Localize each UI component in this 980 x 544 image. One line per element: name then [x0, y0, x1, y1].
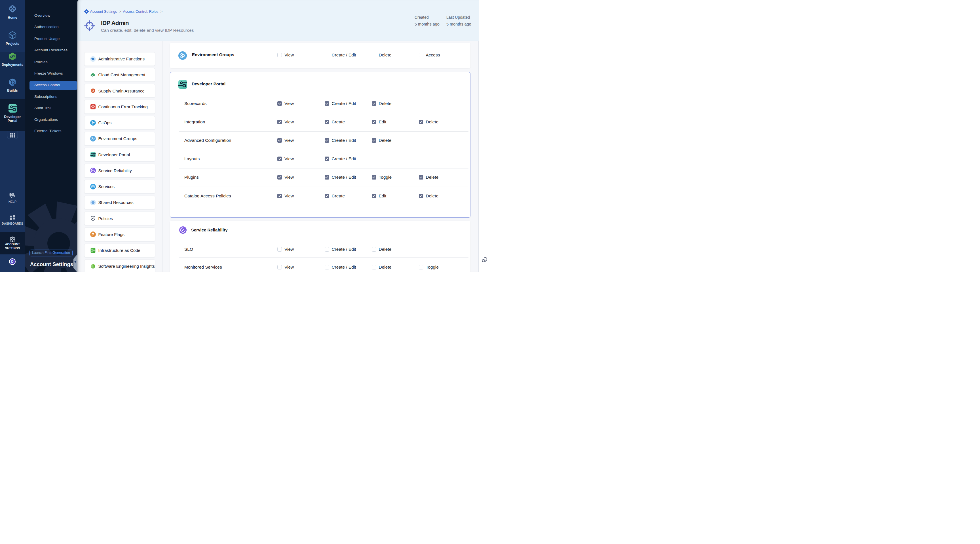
svg-text:$: $ [92, 74, 93, 77]
